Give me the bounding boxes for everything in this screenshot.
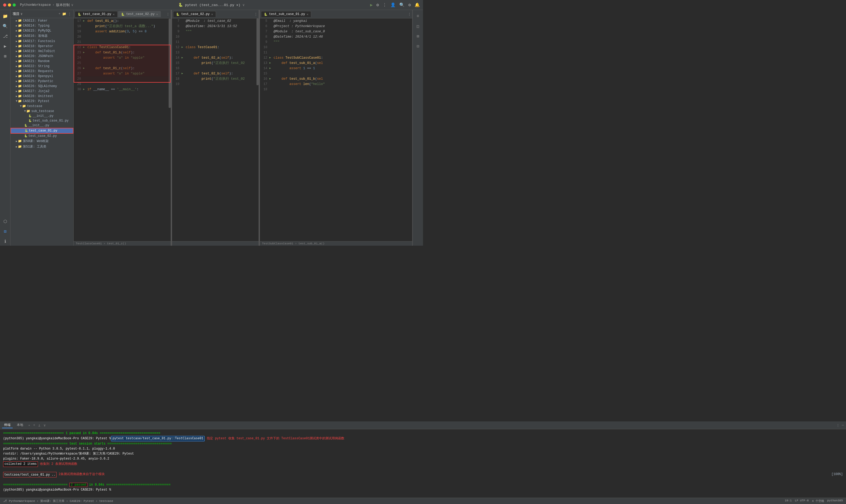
tree-item-init-sub[interactable]: 🐍 __init__.py xyxy=(11,114,73,119)
rs-icon-1[interactable]: ≡ xyxy=(414,12,422,20)
tab-close-icon2[interactable]: ✕ xyxy=(156,13,158,16)
tab-close-icon3[interactable]: ✕ xyxy=(211,13,213,16)
tree-item-case19[interactable]: ▶ 📁 CASE19: XmlToDict xyxy=(11,49,73,54)
tree-item-case13[interactable]: ▶ 📁 CASE13: Faker xyxy=(11,18,73,23)
search-icon[interactable]: 🔍 xyxy=(399,2,404,7)
left-icon-sidebar: 📁 🔍 ⎇ ▶ ⊞ ⬡ ⊡ ℹ xyxy=(0,10,11,246)
mid-tab-more[interactable]: ⋮ xyxy=(254,12,257,16)
titlebar-center: 🐍 pytest (test_cas...01.py ✕) ∨ xyxy=(178,3,245,7)
code-line: 18 xyxy=(260,87,412,92)
right-tab-more[interactable]: ⋮ xyxy=(408,12,411,16)
code-line: 12 ▶ class TestCase01: xyxy=(172,45,258,50)
minimize-button[interactable] xyxy=(8,3,11,6)
run-sidebar-icon[interactable]: ▶ xyxy=(1,42,10,51)
code-line: 10 xyxy=(260,45,412,50)
tab-close-icon4[interactable]: ✕ xyxy=(307,13,309,16)
close-button[interactable] xyxy=(3,3,6,6)
more-icon[interactable]: ⋮ xyxy=(382,2,387,7)
code-line: 7 @Module : test_sub_case_0 xyxy=(260,29,412,34)
notification-icon[interactable]: 🔔 xyxy=(415,2,420,7)
tab-close-icon[interactable]: ✕ xyxy=(113,13,115,16)
tree-item-sub-case[interactable]: 🐍 test_sub_case_01.py xyxy=(11,119,73,123)
code-line: 11 xyxy=(172,39,258,45)
tree-action-icon[interactable]: + xyxy=(58,12,60,16)
tab-test-case-01[interactable]: 🐍 test_case_01.py ✕ xyxy=(75,11,118,17)
search-sidebar-icon[interactable]: 🔍 xyxy=(1,22,10,31)
scrollbar2[interactable] xyxy=(256,18,258,241)
tree-item-case17[interactable]: ▶ 📁 CASE17: Functools xyxy=(11,39,73,44)
active-sidebar-icon[interactable]: ⊡ xyxy=(1,227,10,236)
code-line: 24 assert "a" in "apple" xyxy=(74,55,171,60)
mid-code-area[interactable]: 7 @Module : test_case_02 8 @DateTime: 20… xyxy=(172,18,258,241)
rs-icon-3[interactable]: ⊞ xyxy=(414,32,422,40)
code-line: 12 ▶ class TestSubClassCase01: xyxy=(260,55,412,60)
tree-item-case24[interactable]: ▶ 📁 CASE24: Openpyxl xyxy=(11,74,73,79)
code-line: 8 @DateTime: 2024/3/31 13:52 xyxy=(172,24,258,29)
tree-item-sub-testcase[interactable]: ▼ 📁 sub_testcase xyxy=(11,109,73,114)
tree-item-case29[interactable]: ▼ 📁 CASE29: Pytest xyxy=(11,98,73,104)
rs-icon-4[interactable]: ⊡ xyxy=(414,42,422,51)
tree-item-test-case-01[interactable]: 🐍 test_case_01.py xyxy=(11,128,73,133)
tree-item-case26[interactable]: ▶ 📁 CASE26: SQLAlchemy xyxy=(11,84,73,89)
tree-item-case18[interactable]: ▶ 📁 CASE18: Operator xyxy=(11,44,73,49)
tab-test-case-02-left[interactable]: 🐍 test_case_02.py ✕ xyxy=(118,11,161,17)
tree-more-icon[interactable]: ⋮ xyxy=(68,12,71,16)
code-line: 19 assert addition(3, 5) == 8 xyxy=(74,29,171,34)
code-line: 23 ▶ def test_01_b(self): xyxy=(74,50,171,55)
tree-item-case21[interactable]: ▶ 📁 CASE21: Random xyxy=(11,59,73,64)
code-line: 18 print("正在执行 test_a 函数...") xyxy=(74,24,171,29)
tree-item-lesson50[interactable]: ▶ 📁 第50课: Web框架 xyxy=(11,138,73,144)
gear-icon[interactable]: ⚙ xyxy=(408,2,411,7)
run-icon[interactable]: ▶ xyxy=(370,2,373,7)
code-line: 17 assert len("hello" xyxy=(260,82,412,87)
tree-item-case28[interactable]: ▶ 📁 CASE28: Unittest xyxy=(11,94,73,98)
tree-item-case25[interactable]: ▶ 📁 CASE25: Pydantic xyxy=(11,79,73,84)
titlebar-actions: ▶ ⚙ ⋮ 👤 🔍 ⚙ 🔔 xyxy=(370,2,420,7)
scrollbar[interactable] xyxy=(168,18,171,241)
right-tab-bar: 🐍 test_sub_case_01.py ✕ ⋮ xyxy=(260,10,412,18)
account-icon[interactable]: 👤 xyxy=(390,2,396,7)
tree-item-test-case-02[interactable]: 🐍 test_case_02.py xyxy=(11,133,73,138)
left-code-area[interactable]: 17 ▶ def test_01_a(): 18 print("正在执行 tes… xyxy=(74,18,171,241)
tab-more-icon[interactable]: ⋮ xyxy=(166,12,170,16)
code-line: 25 xyxy=(74,60,171,66)
right-sidebar: ≡ ◫ ⊞ ⊡ xyxy=(413,10,423,246)
settings-icon[interactable]: ⚙ xyxy=(376,2,379,7)
git-sidebar-icon[interactable]: ⎇ xyxy=(1,32,10,40)
left-editor-pane: 🐍 test_case_01.py ✕ 🐍 test_case_02.py ✕ … xyxy=(74,10,171,246)
code-line: 30 ▶ if __name__ == '__main__': xyxy=(74,87,171,92)
remote-sidebar-icon[interactable]: ⬡ xyxy=(1,217,10,226)
right-editor-pane: 🐍 test_sub_case_01.py ✕ ⋮ 5 @Email : yan… xyxy=(260,10,413,246)
code-line: 16 ▶ def test_sub_01_b(sel xyxy=(260,76,412,82)
tree-item-case22[interactable]: ▶ 📁 CASE22: String xyxy=(11,64,73,69)
tree-item-case15[interactable]: ▶ 📁 CASE15: PyMySQL xyxy=(11,28,73,33)
tree-folder-icon[interactable]: 📁 xyxy=(62,12,66,16)
folder-sidebar-icon[interactable]: 📁 xyxy=(1,12,10,20)
code-line: 17 ▶ def test_01_a(): xyxy=(74,18,171,24)
code-line: 22 ▶ class TestClassCase01: xyxy=(74,45,171,50)
tree-item-case23[interactable]: ▶ 📁 CASE23: Requests xyxy=(11,69,73,74)
info-sidebar-icon[interactable]: ℹ xyxy=(1,237,10,246)
tree-item-testcase[interactable]: ▼ 📁 testcase xyxy=(11,104,73,109)
code-line: 14 ▶ assert 1 == 1 xyxy=(260,66,412,71)
tab-test-case-02-mid[interactable]: 🐍 test_case_02.py ✕ xyxy=(173,11,216,17)
code-line: 18 print("正在执行 test_02 xyxy=(172,76,258,82)
dropdown-icon: ∨ xyxy=(71,3,73,7)
code-line: 20 xyxy=(74,34,171,39)
code-line: 26 ▶ def test_01_c(self): xyxy=(74,66,171,71)
tree-item-init[interactable]: 🐍 __init__.py xyxy=(11,123,73,128)
tab-sub-case-01[interactable]: 🐍 test_sub_case_01.py ✕ xyxy=(261,11,311,17)
tree-item-case27[interactable]: ▶ 📁 CASE27: Jinja2 xyxy=(11,89,73,94)
code-line: 6 @Project : PythonWorkspace xyxy=(260,24,412,29)
plugin-sidebar-icon[interactable]: ⊞ xyxy=(1,52,10,60)
maximize-button[interactable] xyxy=(13,3,16,6)
version-control-label[interactable]: 版本控制 xyxy=(56,3,70,7)
code-line: 17 ▶ def test_02_b(self): xyxy=(172,71,258,76)
tree-item-lesson51[interactable]: ▶ 📁 第51课: 工具类 xyxy=(11,144,73,149)
tree-item-case20[interactable]: ▶ 📁 CASE20: JSONPath xyxy=(11,54,73,59)
tree-item-case14[interactable]: ▶ 📁 CASE14: Typing xyxy=(11,23,73,28)
rs-icon-2[interactable]: ◫ xyxy=(414,22,422,31)
right-code-area[interactable]: 5 @Email : yangkai 6 @Project : PythonWo… xyxy=(260,18,412,241)
tree-item-case16[interactable]: ▶ 📁 CASE16: 装饰器 xyxy=(11,33,73,39)
traffic-lights xyxy=(3,3,16,6)
